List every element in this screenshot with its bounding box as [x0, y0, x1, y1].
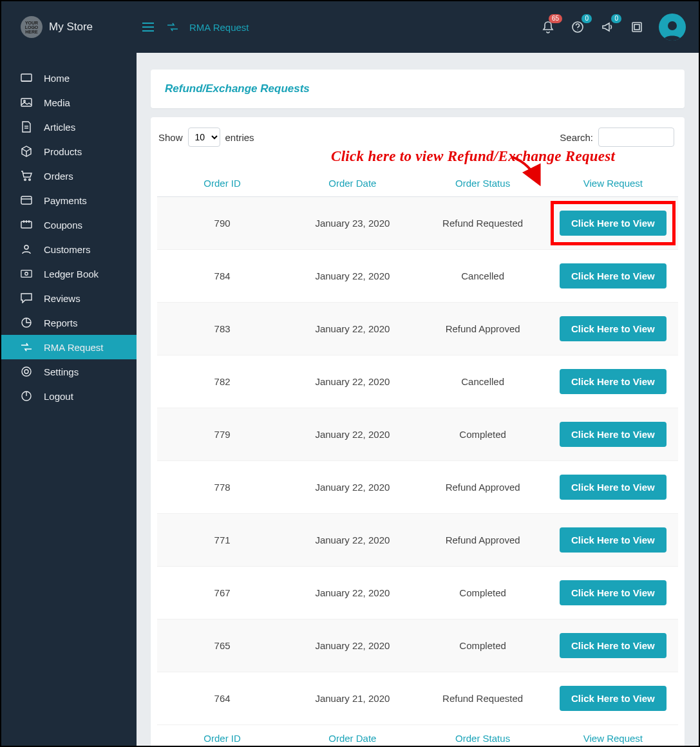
cell-order-date: January 22, 2020 — [287, 567, 417, 619]
rma-icon — [21, 341, 32, 353]
sidebar-item-label: Coupons — [44, 220, 82, 231]
help-badge: 0 — [582, 14, 592, 23]
entries-select[interactable]: 10 — [188, 128, 220, 147]
cell-view-request: Click Here to View — [548, 355, 678, 408]
cell-order-status: Refund Approved — [418, 303, 548, 355]
cell-view-request: Click Here to View — [548, 514, 678, 567]
notifications-badge: 65 — [549, 14, 562, 23]
svg-point-14 — [24, 179, 26, 181]
view-request-button[interactable]: Click Here to View — [560, 369, 667, 394]
svg-rect-5 — [632, 23, 641, 32]
column-header-date[interactable]: Order Date — [287, 170, 417, 197]
sidebar-item-label: Ledger Book — [44, 269, 99, 279]
topbar-right: 65 0 0 — [540, 1, 686, 53]
ledger-icon — [21, 268, 32, 279]
column-footer-id: Order ID — [157, 725, 287, 746]
topbar: YOUR LOGO HERE My Store RMA Request 65 0 — [1, 1, 699, 53]
view-request-button[interactable]: Click Here to View — [560, 686, 667, 711]
sidebar-item-rma[interactable]: RMA Request — [1, 335, 137, 359]
cell-order-id: 784 — [157, 250, 287, 303]
sidebar-item-label: Settings — [44, 366, 79, 377]
cell-order-id: 765 — [157, 619, 287, 672]
reports-icon — [21, 317, 32, 328]
column-footer-date: Order Date — [287, 725, 417, 746]
home-icon — [21, 72, 32, 84]
docs-icon[interactable] — [629, 19, 645, 35]
sidebar-item-payments[interactable]: Payments — [1, 188, 137, 213]
svg-rect-8 — [21, 74, 32, 81]
sidebar-item-products[interactable]: Products — [1, 139, 137, 164]
cell-view-request: Click Here to View — [548, 250, 678, 303]
cell-view-request: Click Here to View — [548, 303, 678, 355]
announcements-icon[interactable]: 0 — [600, 19, 615, 35]
search-input[interactable] — [598, 128, 674, 147]
sidebar-item-settings[interactable]: Settings — [1, 359, 137, 384]
page-title: Refund/Exchange Requests — [165, 82, 670, 95]
cell-order-date: January 22, 2020 — [287, 461, 417, 514]
column-header-status[interactable]: Order Status — [418, 170, 548, 197]
customers-icon — [21, 243, 32, 255]
column-header-view[interactable]: View Request — [548, 170, 678, 197]
column-header-id[interactable]: Order ID — [157, 170, 287, 197]
view-request-button[interactable]: Click Here to View — [560, 580, 667, 605]
search-wrapper: Search: — [560, 128, 674, 147]
table-row: 790January 23, 2020Refund RequestedClick… — [157, 197, 678, 250]
view-request-button[interactable]: Click Here to View — [560, 316, 667, 341]
svg-point-23 — [24, 370, 28, 374]
svg-point-15 — [29, 179, 31, 181]
sidebar-item-customers[interactable]: Customers — [1, 237, 137, 261]
requests-table: Order ID Order Date Order Status View Re… — [157, 170, 678, 746]
sidebar-item-label: Products — [44, 146, 82, 157]
sidebar-item-label: Logout — [44, 391, 73, 402]
cell-order-status: Cancelled — [418, 250, 548, 303]
help-icon[interactable]: 0 — [570, 19, 585, 35]
view-request-button[interactable]: Click Here to View — [560, 633, 667, 658]
content-area: Refund/Exchange Requests Show 10 entries… — [137, 53, 699, 746]
refresh-icon[interactable] — [165, 19, 180, 35]
user-avatar[interactable] — [659, 14, 686, 41]
sidebar-item-home[interactable]: Home — [1, 66, 137, 90]
show-prefix: Show — [158, 132, 183, 143]
view-request-button[interactable]: Click Here to View — [560, 263, 667, 288]
table-row: 767January 22, 2020CompletedClick Here t… — [157, 567, 678, 619]
notifications-icon[interactable]: 65 — [540, 19, 556, 35]
settings-icon — [21, 366, 32, 377]
breadcrumb-current[interactable]: RMA Request — [189, 22, 249, 33]
svg-rect-16 — [21, 196, 32, 204]
sidebar-item-reports[interactable]: Reports — [1, 310, 137, 335]
cell-view-request: Click Here to View — [548, 408, 678, 461]
sidebar-item-reviews[interactable]: Reviews — [1, 286, 137, 310]
sidebar-item-label: Articles — [44, 122, 75, 133]
sidebar-item-orders[interactable]: Orders — [1, 164, 137, 188]
sidebar-item-articles[interactable]: Articles — [1, 115, 137, 139]
cell-order-status: Cancelled — [418, 355, 548, 408]
table-row: 779January 22, 2020CompletedClick Here t… — [157, 408, 678, 461]
media-icon — [21, 97, 32, 108]
cell-order-date: January 22, 2020 — [287, 514, 417, 567]
articles-icon — [21, 121, 32, 133]
view-request-button[interactable]: Click Here to View — [560, 211, 667, 236]
cell-view-request: Click Here to View — [548, 672, 678, 725]
store-name: My Store — [49, 21, 93, 33]
sidebar-item-media[interactable]: Media — [1, 90, 137, 115]
cell-order-date: January 22, 2020 — [287, 303, 417, 355]
menu-toggle-icon[interactable] — [140, 19, 156, 35]
entries-selector: Show 10 entries — [158, 128, 254, 147]
svg-point-24 — [22, 367, 31, 376]
sidebar-item-ledger[interactable]: Ledger Book — [1, 261, 137, 286]
cell-order-status: Refund Requested — [418, 197, 548, 250]
cell-order-id: 783 — [157, 303, 287, 355]
sidebar-item-coupons[interactable]: Coupons — [1, 213, 137, 237]
view-request-button[interactable]: Click Here to View — [560, 475, 667, 500]
sidebar-item-logout[interactable]: Logout — [1, 384, 137, 408]
show-suffix: entries — [225, 132, 254, 143]
cell-view-request: Click Here to View — [548, 567, 678, 619]
sidebar-item-label: Media — [44, 97, 70, 108]
view-request-button[interactable]: Click Here to View — [560, 422, 667, 447]
cell-order-status: Completed — [418, 619, 548, 672]
svg-point-19 — [24, 245, 28, 249]
table-row: 765January 22, 2020CompletedClick Here t… — [157, 619, 678, 672]
cell-order-date: January 22, 2020 — [287, 619, 417, 672]
view-request-button[interactable]: Click Here to View — [560, 527, 667, 553]
cell-view-request: Click Here to View — [548, 197, 678, 250]
